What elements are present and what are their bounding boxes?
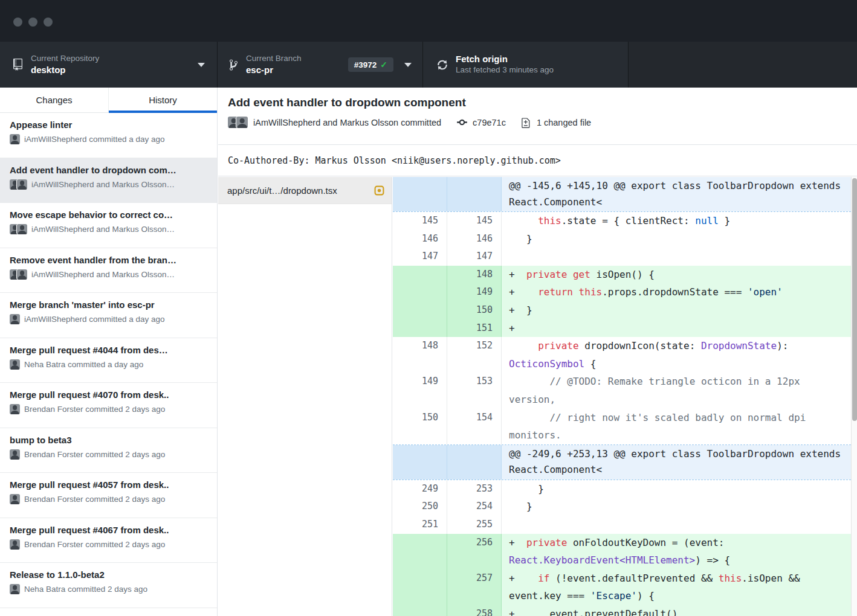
old-line-number — [393, 534, 447, 569]
commit-description: Co-Authored-By: Markus Olsson <niik@user… — [228, 155, 561, 166]
commit-item-meta: Brendan Forster committed 2 days ago — [10, 539, 209, 550]
new-line-number: 148 — [447, 266, 502, 284]
commit-item-meta-text: Brendan Forster committed 2 days ago — [24, 495, 165, 504]
window-controls[interactable] — [13, 18, 53, 27]
commit-list-item[interactable]: Appease linteriAmWillShepherd committed … — [0, 113, 217, 158]
current-branch-button[interactable]: Current Branch esc-pr #3972 ✓ — [218, 42, 423, 88]
commit-list-item[interactable]: Merge pull request #4067 from desk..Bren… — [0, 518, 217, 563]
commit-item-meta: iAmWillShepherd and Markus Olsson… — [10, 224, 209, 234]
commit-item-meta-text: Neha Batra committed 2 days ago — [24, 585, 147, 594]
diff-line: 251255 — [393, 516, 857, 534]
current-repository-name: desktop — [31, 65, 99, 76]
diff-code: this.state = { clientRect: null } — [502, 212, 857, 230]
commit-history-list: Appease linteriAmWillShepherd committed … — [0, 113, 217, 616]
old-line-number: 146 — [393, 230, 447, 248]
commit-list-item[interactable]: Release to 1.1.0-beta2Neha Batra committ… — [0, 563, 217, 608]
diff-line: 145145 this.state = { clientRect: null } — [393, 212, 857, 230]
commit-item-meta-text: Brendan Forster committed 2 days ago — [24, 540, 165, 549]
commit-item-avatars — [10, 539, 20, 550]
commit-item-avatars — [10, 134, 20, 144]
close-window-icon[interactable] — [13, 18, 22, 27]
commit-item-meta-text: iAmWillShepherd and Markus Olsson… — [31, 270, 175, 279]
git-commit-icon — [457, 117, 467, 128]
repo-icon — [13, 59, 22, 71]
current-repository-button[interactable]: Current Repository desktop — [0, 42, 218, 88]
commit-list-item[interactable]: Move escape behavior to correct co…iAmWi… — [0, 203, 217, 248]
commit-list-item[interactable]: bump to beta3Brendan Forster committed 2… — [0, 428, 217, 473]
commit-list-item[interactable]: Remove event handler from the bran…iAmWi… — [0, 248, 217, 294]
diff-code: @@ -249,6 +253,13 @@ export class Toolba… — [502, 445, 857, 480]
commit-item-meta-text: iAmWillShepherd and Markus Olsson… — [31, 180, 175, 189]
commit-item-meta-text: Neha Batra committed a day ago — [24, 360, 143, 369]
diff-line: 149153 // @TODO: Remake triangle octicon… — [393, 373, 857, 408]
commit-sha[interactable]: c79e71c — [473, 118, 506, 127]
avatar — [17, 224, 27, 234]
commit-description-bar: Co-Authored-By: Markus Olsson <niik@user… — [218, 146, 857, 176]
fetch-origin-button[interactable]: Fetch origin Last fetched 3 minutes ago — [423, 42, 629, 88]
diff-line: 146146 } — [393, 230, 857, 248]
committer-avatars — [228, 117, 248, 128]
old-line-number: 148 — [393, 337, 447, 373]
new-line-number: 151 — [447, 319, 502, 338]
new-line-number — [447, 177, 502, 211]
modified-status-icon — [374, 185, 384, 196]
avatar — [236, 117, 248, 128]
new-line-number: 146 — [447, 230, 502, 248]
diff-code: @@ -145,6 +145,10 @@ export class Toolba… — [502, 177, 857, 211]
avatar — [10, 584, 20, 594]
commit-item-title: bump to beta3 — [10, 435, 209, 445]
commit-item-title: Merge pull request #4067 from desk.. — [10, 525, 209, 535]
commit-summary-header: Add event handler to dropdown component … — [218, 88, 857, 145]
commit-item-title: Move escape behavior to correct co… — [10, 210, 209, 220]
old-line-number — [393, 319, 447, 338]
zoom-window-icon[interactable] — [44, 18, 53, 27]
git-branch-icon — [230, 59, 238, 71]
old-line-number: 147 — [393, 248, 447, 266]
commit-item-meta: Neha Batra committed 2 days ago — [10, 584, 209, 594]
diff-code: + private onFoldoutKeyDown = (event: Rea… — [502, 534, 857, 569]
diff-line: 149+ return this.props.dropdownState ===… — [393, 283, 857, 301]
commit-item-title: Merge pull request #4044 from des… — [10, 345, 209, 355]
old-line-number: 249 — [393, 480, 447, 498]
avatar — [10, 404, 20, 414]
commit-item-meta: Brendan Forster committed 2 days ago — [10, 404, 209, 414]
diff-code: + event.preventDefault() — [502, 605, 857, 616]
diff-hunk-header: @@ -145,6 +145,10 @@ export class Toolba… — [393, 177, 857, 212]
diff-line: 148152 private dropdownIcon(state: Dropd… — [393, 337, 857, 373]
commit-list-item[interactable]: Merge pull request #4051 from des… — [0, 608, 217, 616]
commit-item-meta: Brendan Forster committed 2 days ago — [10, 494, 209, 504]
diff-scrollbar[interactable] — [851, 177, 857, 616]
commit-list-item[interactable]: Merge pull request #4057 from desk..Bren… — [0, 473, 217, 518]
commit-item-meta: Neha Batra committed a day ago — [10, 359, 209, 370]
avatar — [10, 539, 20, 550]
chevron-down-icon — [404, 63, 412, 67]
commit-item-title: Appease linter — [10, 120, 209, 130]
tab-changes[interactable]: Changes — [0, 88, 109, 112]
commit-item-title: Release to 1.1.0-beta2 — [10, 569, 209, 580]
commit-list-item[interactable]: Add event handler to dropdown com…iAmWil… — [0, 158, 217, 204]
avatar — [10, 359, 20, 370]
diff-line: 257+ if (!event.defaultPrevented && this… — [393, 569, 857, 605]
diff-code: } — [502, 498, 857, 516]
commit-item-avatars — [10, 179, 27, 190]
diff-code: private dropdownIcon(state: DropdownStat… — [502, 337, 857, 373]
new-line-number: 149 — [447, 283, 502, 301]
commit-list-item[interactable]: Merge pull request #4070 from desk..Bren… — [0, 383, 217, 428]
diff-line: 150154 // right now it's scaled badly on… — [393, 409, 857, 444]
avatar — [10, 494, 20, 504]
tab-history[interactable]: History — [109, 88, 217, 112]
commit-item-avatars — [10, 494, 20, 504]
diff-line: 151+ — [393, 319, 857, 338]
commit-list-item[interactable]: Merge pull request #4044 from des…Neha B… — [0, 338, 217, 383]
commit-item-avatars — [10, 449, 20, 460]
new-line-number — [447, 445, 502, 480]
diff-scrollbar-thumb[interactable] — [852, 178, 857, 421]
diff-line: 147147 — [393, 248, 857, 266]
diff-code: + if (!event.defaultPrevented && this.is… — [502, 569, 857, 605]
minimize-window-icon[interactable] — [28, 18, 37, 27]
new-line-number: 152 — [447, 337, 502, 373]
pr-number-badge[interactable]: #3972 ✓ — [348, 57, 393, 72]
sidebar-tabs: ChangesHistory — [0, 88, 217, 113]
commit-list-item[interactable]: Merge branch 'master' into esc-priAmWill… — [0, 293, 217, 338]
changed-file-row[interactable]: app/src/ui/t…/dropdown.tsx — [218, 177, 392, 204]
